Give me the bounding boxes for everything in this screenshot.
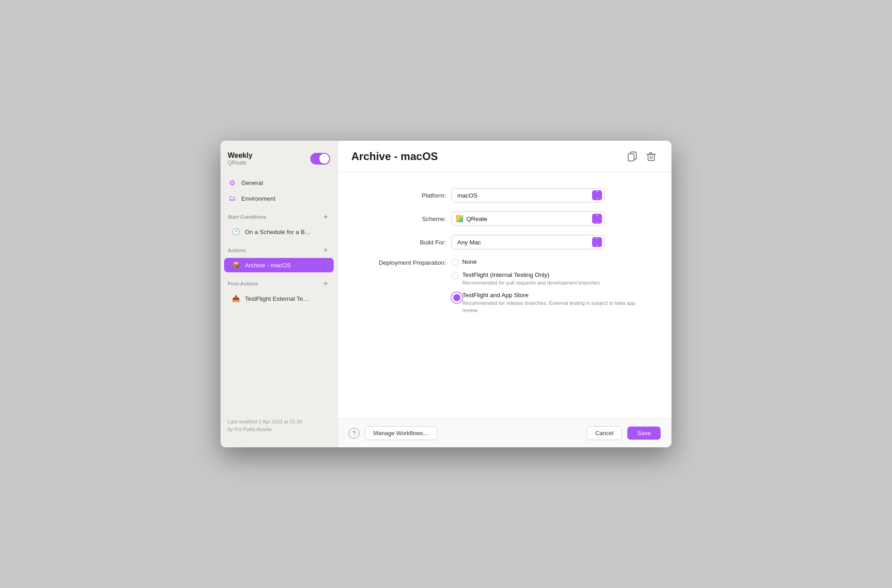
- add-post-action-button[interactable]: +: [321, 279, 330, 288]
- build-for-select[interactable]: Any Mac: [451, 235, 605, 249]
- duplicate-icon: [627, 152, 637, 161]
- last-modified-line1: Last modified 2 Apr 2023 at 15:30: [228, 418, 330, 426]
- sidebar-item-general[interactable]: ⚙ General: [221, 175, 337, 191]
- archive-icon: 📦: [231, 261, 240, 269]
- app-title-group: Weekly QReate: [228, 152, 253, 166]
- radio-internal-sublabel: Recommended for pull requests and develo…: [462, 279, 601, 286]
- platform-select-wrapper: macOS: [451, 188, 605, 202]
- build-for-label: Build For:: [356, 239, 446, 246]
- build-for-row: Build For: Any Mac: [356, 235, 653, 249]
- post-actions-label: Post-Actions: [228, 281, 258, 286]
- start-conditions-section: Start Conditions +: [221, 206, 337, 224]
- page-title: Archive - macOS: [351, 150, 438, 163]
- sidebar-item-environment[interactable]: 🗂 Environment: [221, 191, 337, 206]
- schedule-icon: 🕐: [231, 228, 240, 236]
- delete-button[interactable]: [644, 150, 658, 163]
- scheme-row: Scheme: QReate: [356, 211, 653, 226]
- radio-appstore-sublabel: Recommended for release branches. Extern…: [462, 299, 652, 314]
- form-area: Platform: macOS Scheme: QReate: [338, 172, 671, 418]
- trash-icon: [646, 152, 656, 161]
- sidebar-item-schedule[interactable]: 🕐 On a Schedule for a B…: [224, 225, 334, 239]
- duplicate-button[interactable]: [625, 150, 639, 163]
- testflight-external-label: TestFlight External Te…: [245, 295, 309, 302]
- environment-icon: 🗂: [228, 194, 237, 202]
- sidebar-header: Weekly QReate: [221, 148, 337, 175]
- archive-macos-label: Archive - macOS: [245, 262, 291, 269]
- sidebar-footer: Last modified 2 Apr 2023 at 15:30 by Pol…: [221, 411, 337, 440]
- gear-icon: ⚙: [228, 179, 237, 187]
- toggle-switch[interactable]: [310, 153, 330, 165]
- app-window: Weekly QReate ⚙ General 🗂 Environment St…: [221, 141, 671, 447]
- add-action-button[interactable]: +: [321, 246, 330, 255]
- main-header: Archive - macOS: [338, 141, 671, 172]
- platform-label: Platform:: [356, 192, 446, 199]
- help-button[interactable]: ?: [349, 428, 359, 439]
- add-start-condition-button[interactable]: +: [321, 212, 330, 221]
- save-button[interactable]: Save: [627, 427, 661, 440]
- svg-rect-2: [648, 154, 654, 161]
- radio-appstore-label: TestFlight and App Store: [462, 292, 652, 299]
- deployment-row: Deployment Preparation: None: [356, 258, 653, 314]
- actions-section: Actions +: [221, 239, 337, 257]
- cancel-button[interactable]: Cancel: [587, 426, 622, 440]
- platform-select[interactable]: macOS: [451, 188, 605, 202]
- general-label: General: [241, 179, 263, 186]
- svg-rect-1: [628, 154, 634, 161]
- manage-workflows-button[interactable]: Manage Workflows…: [365, 426, 437, 440]
- radio-none-text: None: [462, 258, 477, 265]
- sidebar: Weekly QReate ⚙ General 🗂 Environment St…: [221, 141, 338, 447]
- header-actions: [625, 150, 658, 163]
- app-subtitle: QReate: [228, 160, 253, 166]
- platform-row: Platform: macOS: [356, 188, 653, 202]
- sidebar-item-testflight-external[interactable]: 📤 TestFlight External Te…: [224, 291, 334, 306]
- sidebar-item-archive-macos[interactable]: 📦 Archive - macOS: [224, 258, 334, 272]
- radio-testflight-internal[interactable]: [451, 272, 459, 279]
- scheme-select[interactable]: QReate: [451, 211, 605, 226]
- radio-option-none[interactable]: None: [451, 258, 652, 266]
- radio-appstore-text: TestFlight and App Store Recommended for…: [462, 292, 652, 314]
- scheme-select-wrapper: QReate: [451, 211, 605, 226]
- app-name: Weekly: [228, 152, 253, 160]
- post-actions-section: Post-Actions +: [221, 273, 337, 291]
- main-content: Archive - macOS: [338, 141, 671, 447]
- build-for-select-wrapper: Any Mac: [451, 235, 605, 249]
- radio-testflight-appstore[interactable]: [451, 292, 459, 299]
- deployment-label: Deployment Preparation:: [356, 258, 446, 266]
- radio-option-testflight-appstore[interactable]: TestFlight and App Store Recommended for…: [451, 292, 652, 314]
- radio-internal-text: TestFlight (Internal Testing Only) Recom…: [462, 271, 601, 286]
- scheme-label: Scheme:: [356, 216, 446, 222]
- footer-bar: ? Manage Workflows… Cancel Save: [338, 418, 671, 447]
- radio-none-label: None: [462, 258, 477, 265]
- actions-label: Actions: [228, 248, 246, 253]
- environment-label: Environment: [241, 195, 276, 202]
- testflight-icon: 📤: [231, 294, 240, 303]
- radio-option-testflight-internal[interactable]: TestFlight (Internal Testing Only) Recom…: [451, 271, 652, 286]
- radio-internal-label: TestFlight (Internal Testing Only): [462, 271, 601, 278]
- radio-group: None TestFlight (Internal Testing Only) …: [451, 258, 652, 314]
- radio-none[interactable]: [451, 259, 459, 266]
- last-modified-line2: by Pol Piella Abadia: [228, 426, 330, 433]
- start-conditions-label: Start Conditions: [228, 214, 267, 220]
- schedule-label: On a Schedule for a B…: [245, 229, 311, 235]
